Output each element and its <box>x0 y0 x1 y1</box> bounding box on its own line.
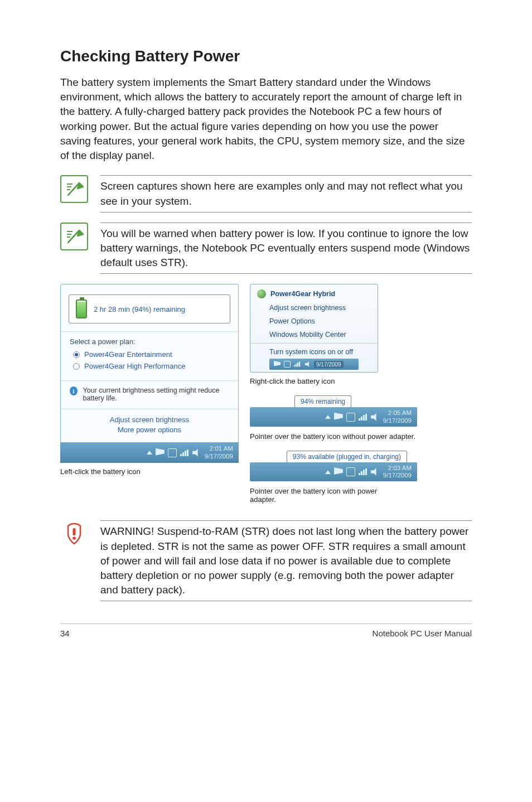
context-mini-tray: 9/17/2009 <box>269 359 359 370</box>
show-hidden-icon[interactable] <box>147 451 152 455</box>
hover-no-adapter-panel: 94% remaining 2:05 AM 9/17/2009 <box>250 395 417 426</box>
adjust-brightness-link[interactable]: Adjust screen brightness <box>70 416 229 424</box>
radio-selected-icon <box>73 351 80 358</box>
warning-text: WARNING! Suspend-to-RAM (STR) does not l… <box>100 520 472 601</box>
context-item-power-options[interactable]: Power Options <box>250 315 378 328</box>
figure-right-column: Power4Gear Hybrid Adjust screen brightne… <box>250 284 472 504</box>
context-menu-header[interactable]: Power4Gear Hybrid <box>250 287 378 301</box>
tray-date: 9/17/2009 <box>383 417 412 424</box>
show-hidden-icon[interactable] <box>325 415 331 419</box>
tray-date: 9/17/2009 <box>314 361 344 369</box>
volume-icon[interactable] <box>371 413 379 421</box>
volume-icon <box>305 361 311 368</box>
battery-tray-icon[interactable] <box>168 448 177 457</box>
taskbar-tray: 2:01 AM 9/17/2009 <box>60 442 239 462</box>
note-box-1: Screen captures shown here are examples … <box>60 175 472 212</box>
hover-with-adapter-panel: 93% available (plugged in, charging) 2:0… <box>250 451 417 481</box>
battery-hover-tip-charging: 93% available (plugged in, charging) <box>287 451 407 463</box>
intro-paragraph: The battery system implements the Smart … <box>60 75 472 163</box>
tray-time: 2:01 AM <box>205 445 233 452</box>
power-plan-option-1[interactable]: Power4Gear Entertainment <box>73 350 229 359</box>
power-plan-label: Power4Gear Entertainment <box>84 350 172 359</box>
figure-caption-mid: Pointer over the battery icon without po… <box>250 432 472 441</box>
context-item-brightness[interactable]: Adjust screen brightness <box>250 301 378 315</box>
battery-tooltip: 2 hr 28 min (94%) remaining <box>69 294 230 323</box>
figure-caption-ctx: Right-click the battery icon <box>250 377 472 385</box>
network-icon <box>294 362 301 367</box>
note-box-2: You will be warned when battery power is… <box>60 223 472 274</box>
page-content: Checking Battery Power The battery syste… <box>0 0 532 660</box>
note-text-2: You will be warned when battery power is… <box>100 223 472 274</box>
tray-date: 9/17/2009 <box>205 453 233 460</box>
warning-box: WARNING! Suspend-to-RAM (STR) does not l… <box>60 520 472 601</box>
note-icon <box>60 175 88 203</box>
more-power-options-link[interactable]: More power options <box>70 426 229 434</box>
manual-title: Notebook PC User Manual <box>373 629 472 638</box>
context-menu-header-text: Power4Gear Hybrid <box>270 290 335 298</box>
tray-clock[interactable]: 2:05 AM 9/17/2009 <box>383 409 412 424</box>
tray-icons <box>147 448 200 457</box>
battery-tray-icon <box>284 361 291 368</box>
volume-icon[interactable] <box>192 449 200 457</box>
battery-hover-tip: 94% remaining <box>294 395 351 408</box>
tray-date: 9/17/2009 <box>383 472 412 479</box>
battery-popup-panel: 2 hr 28 min (94%) remaining Select a pow… <box>60 284 239 443</box>
network-icon[interactable] <box>359 414 367 421</box>
action-center-icon[interactable] <box>334 467 343 476</box>
battery-tray-icon[interactable] <box>346 413 355 422</box>
battery-remaining-text: 2 hr 28 min (94%) remaining <box>94 305 185 313</box>
brightness-info-text: Your current brightness setting might re… <box>83 386 229 402</box>
brightness-info: i Your current brightness setting might … <box>61 381 238 409</box>
svg-point-1 <box>72 537 76 540</box>
page-footer: 34 Notebook PC User Manual <box>60 624 472 638</box>
power-plan-option-2[interactable]: Power4Gear High Performance <box>73 362 229 370</box>
taskbar-tray-3: 2:03 AM 9/17/2009 <box>250 462 417 481</box>
page-number: 34 <box>60 629 70 638</box>
tray-icons <box>325 413 379 422</box>
context-item-system-icons[interactable]: Turn system icons on or off <box>250 345 378 359</box>
note-text-1: Screen captures shown here are examples … <box>100 175 472 212</box>
context-item-mobility[interactable]: Windows Mobility Center <box>250 328 378 341</box>
radio-unselected-icon <box>73 363 80 370</box>
figures-row: 2 hr 28 min (94%) remaining Select a pow… <box>60 284 472 504</box>
tray-clock[interactable]: 2:03 AM 9/17/2009 <box>383 465 412 479</box>
power-plan-label: Power4Gear High Performance <box>84 362 185 370</box>
tray-icons <box>325 467 379 476</box>
taskbar-tray-2: 2:05 AM 9/17/2009 <box>250 407 417 426</box>
info-icon: i <box>70 386 78 395</box>
page-heading: Checking Battery Power <box>60 47 472 65</box>
battery-icon <box>76 299 87 318</box>
svg-rect-0 <box>73 528 76 535</box>
warning-icon <box>60 520 88 548</box>
figure-caption-left: Left-click the battery icon <box>60 467 239 476</box>
power4gear-icon <box>257 289 266 298</box>
action-center-icon <box>274 361 280 368</box>
note-icon <box>60 223 88 250</box>
battery-charging-tray-icon[interactable] <box>346 467 355 476</box>
power-plan-section: Select a power plan: Power4Gear Entertai… <box>61 332 238 380</box>
power-plan-header: Select a power plan: <box>70 337 229 346</box>
figure-left-column: 2 hr 28 min (94%) remaining Select a pow… <box>60 284 239 504</box>
action-center-icon[interactable] <box>156 448 165 457</box>
network-icon[interactable] <box>359 468 367 475</box>
tray-time: 2:03 AM <box>383 465 412 472</box>
figure-caption-bot: Pointer over the battery icon with power… <box>250 487 395 504</box>
show-hidden-icon[interactable] <box>325 470 331 474</box>
tray-clock[interactable]: 2:01 AM 9/17/2009 <box>205 445 233 460</box>
tray-time: 2:05 AM <box>383 409 412 417</box>
battery-context-menu: Power4Gear Hybrid Adjust screen brightne… <box>250 284 378 373</box>
volume-icon[interactable] <box>371 468 379 476</box>
network-icon[interactable] <box>180 450 189 456</box>
action-center-icon[interactable] <box>334 413 343 422</box>
links-section: Adjust screen brightness More power opti… <box>61 409 238 442</box>
